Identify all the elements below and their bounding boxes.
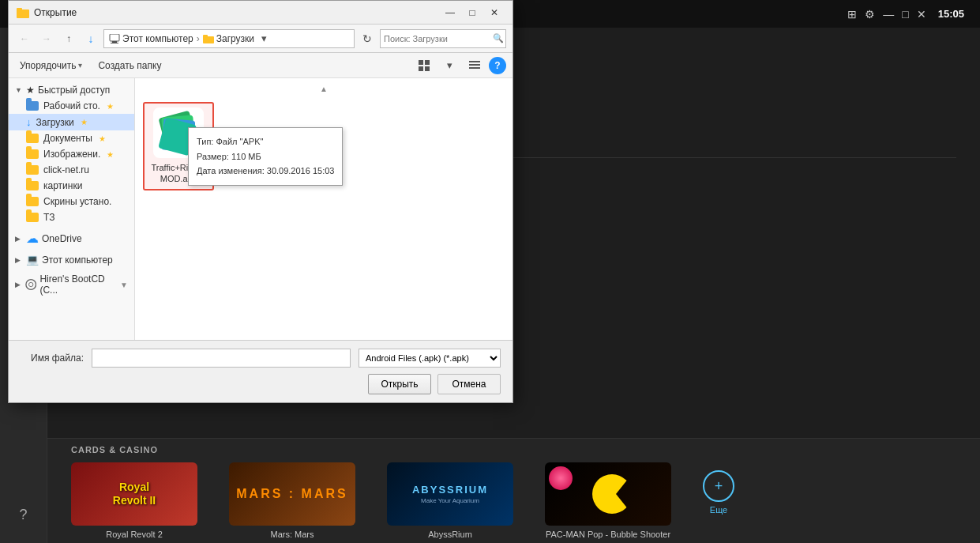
dialog-controls: — □ ✕ (440, 4, 505, 21)
close-icon[interactable]: ✕ (917, 8, 926, 21)
open-btn[interactable]: Открыть (368, 374, 431, 394)
filename-label: Имя файла: (21, 353, 84, 364)
sidebar-label-kartinki: картинки (43, 180, 82, 191)
quickaccess-toggle: ▼ (15, 86, 23, 94)
view-dropdown-btn[interactable]: ▾ (438, 56, 460, 75)
game-item-pacman[interactable]: PAC-MAN Pop - Bubble Shooter (529, 458, 687, 543)
sidebar-label-desktop: Рабочий сто. (43, 100, 100, 111)
view-grid-btn[interactable] (413, 56, 435, 75)
mars-thumb-text: MARS : MARS (236, 487, 347, 501)
sidebar-item-downloads[interactable]: ↓ Загрузки ★ (9, 114, 134, 130)
path-dropdown-btn[interactable]: ▾ (257, 32, 270, 45)
dialog-title-text: Открытие (34, 7, 440, 18)
new-folder-label: Создать папку (98, 60, 161, 71)
tooltip-type-label: Тип: (197, 137, 213, 146)
dialog-minimize-btn[interactable]: — (440, 4, 460, 21)
dialog-close-btn[interactable]: ✕ (484, 4, 505, 21)
bottom-games-row: RoyalRevolt II Royal Revolt 2 MARS : MAR… (47, 458, 980, 543)
sidebar-item-images[interactable]: Изображени. ★ (9, 146, 134, 162)
file-open-dialog: Открытие — □ ✕ ← → ↑ ↓ Этот компьютер › … (8, 0, 513, 403)
sidebar-item-desktop[interactable]: Рабочий сто. ★ (9, 98, 134, 114)
svg-rect-4 (111, 43, 118, 43)
tooltip-date-value: 30.09.2016 15:03 (267, 166, 335, 175)
computer-toggle: ▶ (15, 256, 23, 264)
sidebar-item-skriny[interactable]: Скрины устано. (9, 194, 134, 209)
new-folder-btn[interactable]: Создать папку (93, 56, 166, 75)
organize-dropdown-icon: ▾ (78, 61, 82, 70)
nav-forward-btn[interactable]: → (37, 29, 56, 48)
clicknet-folder-icon (26, 165, 39, 175)
category-label: CARDS & CASINO (47, 439, 980, 458)
svg-rect-11 (469, 61, 480, 62)
path-downloads: Загрузки (203, 33, 254, 44)
nav-download-btn[interactable]: ↓ (81, 29, 100, 48)
sidebar-label-skriny: Скрины устано. (43, 196, 111, 207)
cancel-btn-label: Отмена (452, 379, 486, 390)
svg-point-15 (29, 282, 33, 286)
filetype-select[interactable]: Android Files (.apk) (*.apk) (359, 349, 501, 368)
filename-input[interactable] (92, 349, 351, 368)
royal-thumb-text: RoyalRevolt II (113, 481, 156, 507)
sidebar-label-documents: Документы (43, 133, 92, 144)
sidebar-item-kartinki[interactable]: картинки (9, 178, 134, 194)
svg-rect-6 (203, 35, 208, 38)
dialog-addressbar: ← → ↑ ↓ Этот компьютер › Загрузки ▾ ↻ 🔍 (9, 25, 513, 53)
dialog-maximize-btn[interactable]: □ (462, 4, 482, 21)
computer-header[interactable]: ▶ 💻 Этот компьютер (9, 251, 134, 268)
documents-folder-icon (26, 134, 39, 143)
game-label-abyss: AbyssRium (428, 530, 472, 539)
downloads-star: ★ (81, 118, 88, 126)
topbar-icons: ⊞ ⚙ — □ ✕ (847, 8, 926, 21)
onedrive-header[interactable]: ▶ ☁ OneDrive (9, 228, 134, 248)
sidebar-item-documents[interactable]: Документы ★ (9, 130, 134, 146)
hirens-icon (25, 278, 36, 291)
sidebar-computer-section: ▶ 💻 Этот компьютер (9, 251, 134, 268)
tooltip-size-value: 110 МБ (231, 152, 261, 161)
tz-folder-icon (26, 213, 39, 222)
open-btn-label: Открыть (381, 379, 418, 390)
sidebar-label-tz: ТЗ (43, 212, 54, 223)
skriny-folder-icon (26, 197, 39, 206)
hirens-label: Hiren's BootCD (C... (39, 273, 117, 296)
svg-rect-13 (469, 67, 480, 69)
game-item-mars[interactable]: MARS : MARS Mars: Mars (213, 458, 371, 543)
svg-rect-3 (112, 41, 117, 43)
sidebar-item-tz[interactable]: ТЗ (9, 209, 134, 225)
quickaccess-header[interactable]: ▼ CARDS & CASINO ★ Быстрый доступ (9, 82, 134, 98)
game-item-more-bottom[interactable]: + Еще (687, 458, 750, 543)
game-item-royal[interactable]: RoyalRevolt II Royal Revolt 2 (55, 458, 213, 543)
grid-icon[interactable]: ⊞ (847, 8, 857, 21)
files-up-btn[interactable]: ▲ (316, 82, 332, 95)
quickaccess-text: ★ (26, 85, 35, 96)
address-refresh-btn[interactable]: ↻ (358, 29, 377, 48)
file-item-apk[interactable]: Traffic+Rider+MOD.apk Тип: Файл "APK" Ра… (143, 102, 214, 190)
onedrive-label: OneDrive (42, 233, 82, 244)
search-input[interactable] (384, 34, 493, 43)
hirens-header[interactable]: ▶ Hiren's BootCD (C... ▼ (9, 271, 134, 298)
hirens-expand: ▼ (120, 281, 128, 289)
view-details-btn[interactable] (464, 56, 486, 75)
gear-icon[interactable]: ⚙ (865, 8, 875, 21)
help-btn[interactable]: ? (489, 57, 506, 74)
sidebar-quickaccess: ▼ CARDS & CASINO ★ Быстрый доступ Рабочи… (9, 82, 134, 225)
svg-rect-8 (425, 60, 430, 65)
path-computer: Этот компьютер (109, 33, 193, 44)
bluestacks-time: 15:05 (938, 8, 964, 20)
cancel-btn[interactable]: Отмена (437, 374, 501, 394)
sidebar-item-clicknet[interactable]: click-net.ru (9, 162, 134, 178)
path-downloads-label: Загрузки (216, 33, 254, 44)
help-sidebar-icon[interactable]: ? (11, 502, 36, 527)
address-path[interactable]: Этот компьютер › Загрузки ▾ (103, 29, 355, 48)
svg-rect-10 (425, 66, 430, 71)
dialog-titlebar: Открытие — □ ✕ (9, 1, 513, 25)
file-grid: Traffic+Rider+MOD.apk Тип: Файл "APK" Ра… (143, 86, 505, 190)
sidebar-onedrive-section: ▶ ☁ OneDrive (9, 228, 134, 248)
nav-back-btn[interactable]: ← (15, 29, 34, 48)
maximize-icon[interactable]: □ (902, 8, 908, 21)
onedrive-toggle: ▶ (15, 235, 23, 243)
game-label-royal: Royal Revolt 2 (106, 530, 163, 539)
organize-btn[interactable]: Упорядочить ▾ (15, 56, 87, 75)
nav-up-btn[interactable]: ↑ (59, 29, 78, 48)
minimize-icon[interactable]: — (883, 8, 894, 21)
game-item-abyss[interactable]: ABYSSRIUM Make Your Aquarium AbyssRium (371, 458, 529, 543)
